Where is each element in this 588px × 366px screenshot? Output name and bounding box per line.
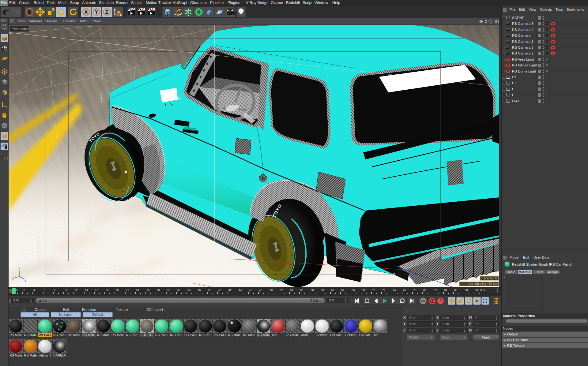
svg-text:Y: Y <box>95 9 98 15</box>
svg-text:0: 0 <box>509 75 510 78</box>
svg-text:0: 0 <box>509 93 510 96</box>
svg-text:Z: Z <box>105 9 108 15</box>
svg-text:Y: Y <box>18 267 21 271</box>
svg-text:S: S <box>3 124 6 128</box>
svg-text:Frame : 0: Frame : 0 <box>484 277 497 280</box>
svg-text:0: 0 <box>509 99 510 102</box>
svg-text:0: 0 <box>509 16 510 19</box>
svg-text:0: 0 <box>509 81 510 84</box>
svg-text:Grid Spacing : 10 cm: Grid Spacing : 10 cm <box>469 282 497 286</box>
svg-text:P: P <box>476 299 478 303</box>
svg-text:0: 0 <box>509 87 510 90</box>
svg-text:X: X <box>84 9 88 15</box>
svg-text:Z: Z <box>24 279 26 282</box>
svg-text:X: X <box>12 277 14 280</box>
